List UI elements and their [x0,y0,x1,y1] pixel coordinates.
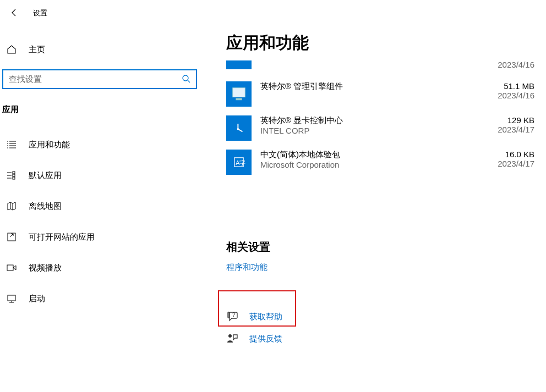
give-feedback-label: 提供反馈 [249,334,282,344]
app-size: 51.1 MB [468,81,534,91]
app-date: 2023/4/16 [468,60,534,69]
svg-rect-1 [13,172,15,174]
back-icon[interactable] [10,8,20,18]
app-row[interactable]: 英特尔® 显卡控制中心 INTEL CORP 129 KB 2023/4/17 [226,111,534,145]
svg-rect-3 [13,177,15,179]
sidebar-item-default-apps[interactable]: 默认应用 [1,160,198,191]
get-help-link[interactable]: ? 获取帮助 [226,306,534,328]
app-icon [226,115,252,141]
svg-rect-6 [8,295,15,301]
sidebar-section-title: 应用 [1,99,198,119]
svg-point-9 [237,128,239,130]
sidebar-item-label: 默认应用 [29,170,62,181]
related-settings-heading: 相关设置 [226,240,534,255]
sidebar-item-website-apps[interactable]: 可打开网站的应用 [1,222,198,252]
sidebar-item-label: 可打开网站的应用 [29,232,95,242]
help-icon: ? [226,311,238,323]
sidebar: 主页 查找设置 应用 应用和功能 默认应用 离线地图 [0,37,199,314]
home-icon [7,45,17,54]
search-placeholder: 查找设置 [9,74,42,85]
page-title: 应用和功能 [226,32,534,54]
give-feedback-link[interactable]: 提供反馈 [226,328,534,350]
svg-rect-5 [7,265,13,270]
svg-rect-8 [236,98,242,101]
search-input[interactable]: 查找设置 [2,69,197,89]
app-name: 英特尔® 显卡控制中心 [260,115,460,126]
video-icon [7,263,17,273]
sidebar-home-label: 主页 [29,45,45,55]
open-icon [7,232,17,242]
app-date: 2023/4/16 [468,91,534,100]
svg-rect-4 [8,233,15,241]
feedback-icon [226,333,238,345]
app-publisher: Microsoft Corporation [260,160,460,169]
sidebar-home[interactable]: 主页 [1,37,198,62]
list-icon [7,140,17,150]
app-icon: A字 [226,150,252,175]
support-section: ? 获取帮助 提供反馈 [226,306,534,350]
search-icon [182,74,190,85]
app-row[interactable]: 英特尔® 管理引擎组件 51.1 MB 2023/4/16 [226,77,534,111]
sidebar-item-label: 启动 [29,294,45,304]
app-row[interactable]: A字 中文(简体)本地体验包 Microsoft Corporation 16.… [226,145,534,179]
get-help-label: 获取帮助 [249,312,282,322]
sidebar-item-label: 视频播放 [29,263,62,273]
sidebar-item-apps-features[interactable]: 应用和功能 [1,129,198,160]
sidebar-item-video-playback[interactable]: 视频播放 [1,252,198,283]
app-date: 2023/4/17 [468,125,534,134]
app-publisher: INTEL CORP [260,126,460,135]
startup-icon [7,294,17,303]
app-list: 英特尔® 管理引擎组件 51.1 MB 2023/4/16 英特尔® 显卡控制中… [226,77,534,179]
app-row-partial[interactable]: 2023/4/16 [226,60,534,74]
app-size: 129 KB [468,115,534,125]
sidebar-item-startup[interactable]: 启动 [1,283,198,314]
map-icon [7,201,17,211]
app-icon [226,60,252,69]
main-panel: 应用和功能 2023/4/16 英特尔® 管理引擎组件 51.1 MB 2023… [226,32,534,350]
svg-point-13 [228,334,232,338]
app-name: 英特尔® 管理引擎组件 [260,81,460,92]
svg-rect-7 [233,88,245,97]
defaults-icon [7,170,17,180]
app-size: 16.0 KB [468,150,534,159]
sidebar-item-label: 离线地图 [29,201,62,212]
app-date: 2023/4/17 [468,159,534,168]
sidebar-item-offline-maps[interactable]: 离线地图 [1,191,198,222]
window-title: 设置 [33,8,47,18]
title-bar: 设置 [0,0,546,26]
svg-point-0 [183,75,188,81]
app-name: 中文(简体)本地体验包 [260,150,460,160]
app-icon [226,81,252,107]
svg-text:A字: A字 [236,159,245,166]
svg-rect-2 [13,174,15,176]
programs-and-features-link[interactable]: 程序和功能 [226,262,267,272]
sidebar-item-label: 应用和功能 [29,140,70,150]
svg-text:?: ? [232,312,236,318]
